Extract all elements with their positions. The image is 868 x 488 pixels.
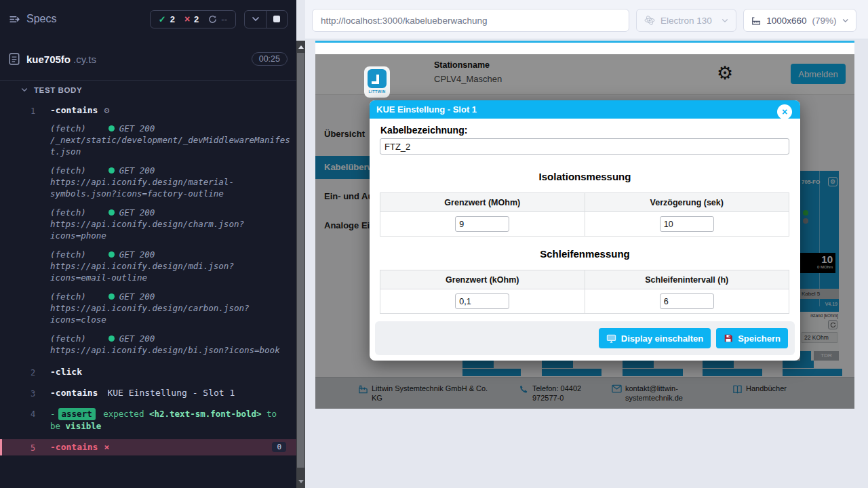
command-row[interactable]: 1 -contains ⚙ (fetch)GET 200 /_next/stat… (0, 104, 296, 359)
schleifenintervall-input[interactable] (660, 293, 714, 309)
log-status: GET 200 (119, 249, 155, 260)
failed-command-row[interactable]: 5 -contains × 0 (0, 439, 296, 455)
assert-row[interactable]: 4 -assert expected <h2.text-sm.font-bold… (0, 407, 296, 435)
stat-failed: ×2 (184, 14, 199, 24)
scroll-down-arrow[interactable] (298, 480, 304, 483)
command-line: -contains KUE Einstellung - Slot 1 (50, 388, 292, 398)
modal-footer: Display einschalten Speichern (375, 321, 795, 355)
table-cell (380, 289, 585, 313)
command-line: -contains ⚙ (50, 105, 292, 115)
status-dot-icon (108, 336, 115, 342)
grenzwert-mohm-input[interactable] (455, 216, 509, 232)
table-body-row (380, 212, 789, 236)
log-status: GET 200 (119, 333, 155, 344)
command-number: 5 (2, 442, 50, 453)
test-stats[interactable]: ✓2 ×2 -- (150, 10, 236, 28)
spec-name: kue705fo (26, 54, 71, 65)
command-number: 3 (0, 388, 50, 399)
network-log[interactable]: (fetch)GET 200 https://api.iconify.desig… (50, 165, 292, 199)
grenzwert-kohm-input[interactable] (455, 293, 509, 309)
col-grenzwert-mohm: Grenzwert (MOhm) (380, 193, 585, 211)
log-url: https://api.iconify.design/mdi.json? ico… (50, 260, 292, 283)
display-button-label: Display einschalten (621, 333, 703, 344)
network-log[interactable]: (fetch)GET 200 https://api.iconify.desig… (50, 249, 292, 283)
specs-menu-button[interactable]: Specs (9, 13, 56, 25)
gear-icon: ⚙ (104, 105, 109, 115)
stat-pending: -- (208, 14, 227, 24)
network-log[interactable]: (fetch)GET 200 /_next/static/development… (50, 123, 292, 157)
test-body-toggle[interactable]: TEST BODY (0, 81, 296, 99)
col-verzoegerung-sek: Verzögerung (sek) (585, 193, 789, 211)
scrollbar-thumb[interactable] (297, 53, 304, 468)
speichern-button[interactable]: Speichern (716, 328, 788, 348)
passed-count: 2 (170, 14, 175, 24)
log-status: GET 200 (119, 165, 155, 176)
log-head: (fetch)GET 200 (50, 249, 292, 260)
isolationsmessung-table: Grenzwert (MOhm) Verzögerung (sek) (380, 192, 789, 237)
stop-button[interactable] (266, 11, 287, 28)
status-dot-icon (108, 167, 115, 174)
kabelbezeichnung-label: Kabelbezeichnung: (380, 125, 467, 136)
log-context: (fetch) (50, 291, 86, 302)
chevron-down-icon (21, 87, 28, 92)
command-name: -contains (50, 442, 98, 452)
status-dot-icon (108, 251, 115, 258)
viewport-select[interactable]: 1000x660 (79%) (743, 9, 856, 32)
display-einschalten-button[interactable]: Display einschalten (599, 328, 711, 348)
scroll-up-arrow[interactable] (298, 45, 304, 49)
close-icon[interactable]: × (777, 104, 792, 119)
collapse-button[interactable] (245, 11, 266, 28)
network-log[interactable]: (fetch)GET 200 https://api.iconify.desig… (50, 207, 292, 241)
failed-count: 2 (194, 14, 199, 24)
aut-toolbar: Electron 130 1000x660 (79%) (305, 0, 868, 39)
schleifenmessung-table: Grenzwert (kOhm) Schleifenintervall (h) (380, 270, 789, 314)
network-log[interactable]: (fetch)GET 200 https://api.iconify.desig… (50, 291, 292, 325)
chevron-down-icon (252, 16, 260, 22)
col-grenzwert-kohm: Grenzwert (kOhm) (380, 270, 585, 289)
littwin-logo[interactable]: LITTWIN (364, 66, 390, 98)
reporter-scrollbar[interactable] (296, 41, 305, 488)
status-dot-icon (108, 293, 115, 300)
url-input[interactable] (312, 9, 629, 32)
command-number: 2 (0, 367, 50, 378)
command-name: -contains (50, 388, 98, 398)
table-header-row: Grenzwert (MOhm) Verzögerung (sek) (380, 193, 789, 212)
spec-file-icon (9, 53, 20, 65)
spec-header[interactable]: kue705fo .cy.ts 00:25 (0, 38, 296, 80)
log-status: GET 200 (119, 123, 155, 134)
schleifenmessung-heading: Schleifenmessung (370, 248, 800, 260)
electron-icon (644, 15, 655, 26)
isolationsmessung-heading: Isolationsmessung (370, 171, 800, 182)
assert-text-strong: visible (66, 421, 102, 431)
network-log[interactable]: (fetch)GET 200 https://api.iconify.desig… (50, 333, 292, 356)
log-status: GET 200 (119, 291, 155, 302)
kabelbezeichnung-input[interactable] (380, 138, 789, 155)
log-context: (fetch) (50, 165, 86, 176)
log-url: https://api.iconify.design/material- sym… (50, 176, 292, 199)
specs-list-icon (9, 14, 20, 25)
stage: Electron 130 1000x660 (79%) LITTWIN Stat… (305, 0, 868, 488)
command-row[interactable]: 3 -contains KUE Einstellung - Slot 1 (0, 386, 296, 401)
command-line: -click (50, 367, 292, 377)
chevron-down-icon (842, 18, 848, 23)
check-icon: ✓ (159, 14, 166, 24)
viewport-size: 1000x660 (766, 16, 806, 26)
test-body-label: TEST BODY (34, 86, 82, 94)
log-url: /_next/static/development/_devMiddleware… (50, 134, 292, 157)
verzoegerung-sek-input[interactable] (660, 216, 714, 232)
browser-select[interactable]: Electron 130 (636, 9, 736, 32)
log-head: (fetch)GET 200 (50, 207, 292, 218)
log-head: (fetch)GET 200 (50, 123, 292, 134)
command-number: 1 (0, 105, 50, 356)
refresh-icon (208, 15, 217, 24)
table-cell (380, 212, 585, 236)
command-body: -contains ⚙ (fetch)GET 200 /_next/static… (50, 105, 292, 356)
table-header-row: Grenzwert (kOhm) Schleifenintervall (h) (380, 270, 789, 289)
specs-label: Specs (26, 13, 56, 25)
log-head: (fetch)GET 200 (50, 165, 292, 176)
table-body-row (380, 289, 789, 313)
spec-timer-badge: 00:25 (252, 52, 288, 66)
assert-dash: - (50, 409, 56, 419)
command-row[interactable]: 2 -click (0, 365, 296, 380)
kue-settings-modal: KUE Einstellung - Slot 1 × Kabelbezeichn… (370, 100, 800, 361)
